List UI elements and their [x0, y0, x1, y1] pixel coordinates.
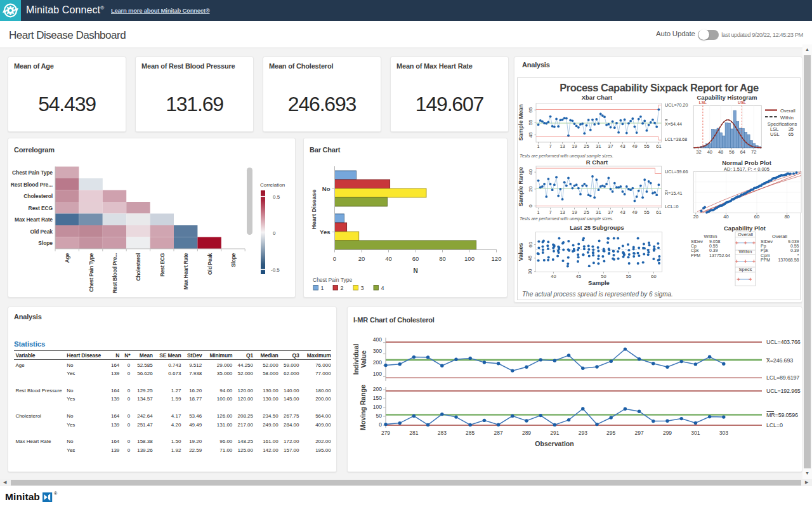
- svg-text:44.250: 44.250: [238, 362, 254, 368]
- svg-text:148.25: 148.25: [238, 439, 254, 444]
- svg-text:N*: N*: [124, 352, 131, 359]
- svg-text:279: 279: [381, 430, 390, 436]
- svg-text:Normal Prob Plot: Normal Prob Plot: [722, 159, 771, 166]
- svg-text:45: 45: [528, 132, 534, 138]
- svg-text:20: 20: [528, 186, 534, 192]
- svg-text:55: 55: [644, 209, 649, 215]
- svg-text:LCL=89.6197: LCL=89.6197: [766, 374, 799, 381]
- svg-text:208.25: 208.25: [238, 413, 254, 419]
- svg-text:0: 0: [128, 439, 131, 444]
- svg-text:142.00: 142.00: [263, 447, 278, 453]
- svg-text:X=54.44: X=54.44: [665, 121, 682, 127]
- svg-text:Age: Age: [15, 362, 25, 368]
- svg-text:409.00: 409.00: [315, 422, 331, 428]
- svg-text:20: 20: [358, 255, 365, 262]
- svg-text:Cholesterol: Cholesterol: [23, 193, 53, 199]
- svg-text:285: 285: [466, 430, 475, 436]
- svg-text:131.00: 131.00: [217, 422, 233, 428]
- svg-text:Tests are performed with unequ: Tests are performed with unequal sample …: [520, 216, 613, 221]
- svg-text:20: 20: [693, 214, 698, 220]
- svg-text:Max Heart Rate: Max Heart Rate: [15, 216, 53, 223]
- svg-text:R=15.41: R=15.41: [665, 190, 682, 196]
- svg-text:9.512: 9.512: [189, 362, 202, 368]
- svg-text:100: 100: [373, 404, 382, 410]
- svg-text:R Chart: R Chart: [586, 159, 608, 166]
- svg-text:UCL=70.20: UCL=70.20: [665, 102, 688, 108]
- svg-text:Cholesterol: Cholesterol: [135, 253, 141, 281]
- svg-text:0: 0: [379, 421, 382, 428]
- svg-text:16.20: 16.20: [189, 388, 202, 393]
- svg-text:40: 40: [707, 149, 712, 155]
- svg-text:164: 164: [111, 388, 120, 393]
- svg-text:LCL=0: LCL=0: [766, 422, 783, 428]
- svg-text:1: 1: [321, 285, 324, 291]
- svg-text:164: 164: [111, 362, 120, 368]
- svg-text:Within: Within: [739, 249, 752, 255]
- svg-text:164: 164: [111, 439, 120, 444]
- svg-text:Capability Plot: Capability Plot: [724, 225, 766, 232]
- svg-text:1.59: 1.59: [171, 396, 181, 402]
- svg-text:-0.5: -0.5: [271, 267, 280, 273]
- svg-text:61: 61: [656, 143, 661, 149]
- svg-text:40: 40: [528, 169, 534, 175]
- svg-text:Maximum: Maximum: [307, 352, 331, 359]
- svg-text:LCL=0: LCL=0: [665, 204, 678, 209]
- svg-text:Chest Pain Type: Chest Pain Type: [88, 253, 95, 292]
- svg-text:X=246.693: X=246.693: [766, 357, 793, 364]
- svg-text:0: 0: [128, 388, 131, 393]
- svg-text:60: 60: [754, 214, 759, 220]
- svg-text:Slope: Slope: [38, 240, 53, 246]
- svg-text:AD: 1.517, P: < 0.005: AD: 1.517, P: < 0.005: [724, 166, 769, 172]
- svg-text:StDev: StDev: [691, 239, 704, 244]
- svg-text:Old Peak: Old Peak: [207, 253, 213, 275]
- svg-text:0: 0: [528, 204, 534, 208]
- svg-text:62.000: 62.000: [284, 371, 299, 376]
- svg-text:The actual process spread is r: The actual process spread is represented…: [522, 291, 673, 298]
- svg-text:61: 61: [656, 209, 661, 215]
- svg-text:25: 25: [584, 143, 589, 149]
- svg-text:55: 55: [528, 119, 534, 125]
- svg-text:49.49: 49.49: [189, 422, 202, 428]
- svg-text:284.00: 284.00: [284, 422, 299, 428]
- svg-text:71.00: 71.00: [219, 447, 233, 453]
- svg-text:Analysis: Analysis: [14, 313, 42, 321]
- svg-text:130.00: 130.00: [263, 396, 278, 402]
- svg-text:*: *: [797, 253, 799, 258]
- svg-text:287: 287: [494, 430, 503, 436]
- svg-text:139: 139: [111, 396, 120, 402]
- svg-text:StDev: StDev: [761, 239, 773, 244]
- svg-text:18.77: 18.77: [189, 396, 202, 402]
- svg-text:Max Heart Rate: Max Heart Rate: [183, 253, 189, 289]
- svg-text:1.92: 1.92: [171, 447, 181, 453]
- svg-text:0: 0: [128, 413, 131, 419]
- svg-text:31: 31: [596, 143, 601, 149]
- svg-text:Yes: Yes: [320, 228, 330, 235]
- svg-text:Yes: Yes: [67, 422, 75, 428]
- svg-text:Statistics: Statistics: [14, 340, 45, 348]
- svg-text:UCL=403.766: UCL=403.766: [766, 339, 801, 345]
- svg-text:72: 72: [751, 149, 756, 155]
- svg-text:Median: Median: [261, 352, 278, 359]
- svg-text:37: 37: [608, 209, 613, 215]
- svg-text:Rest ECG: Rest ECG: [29, 205, 53, 211]
- svg-text:303: 303: [719, 430, 728, 436]
- svg-text:145.00: 145.00: [284, 396, 299, 402]
- svg-text:Max Heart Rate: Max Heart Rate: [15, 439, 51, 444]
- svg-text:150: 150: [373, 395, 382, 401]
- svg-text:0: 0: [128, 447, 131, 453]
- svg-text:7.938: 7.938: [189, 371, 202, 376]
- svg-text:MR=59.0596: MR=59.0596: [766, 412, 798, 418]
- svg-text:43: 43: [620, 209, 625, 215]
- svg-text:58.000: 58.000: [263, 371, 278, 376]
- svg-text:Heart Disease: Heart Disease: [67, 352, 101, 359]
- svg-text:0: 0: [273, 230, 276, 236]
- svg-text:45: 45: [576, 274, 581, 279]
- svg-text:49: 49: [632, 209, 637, 215]
- svg-text:0: 0: [128, 422, 131, 428]
- svg-text:157.00: 157.00: [284, 447, 299, 453]
- svg-text:19: 19: [572, 209, 577, 215]
- svg-text:281: 281: [409, 430, 418, 436]
- svg-text:N: N: [115, 352, 119, 359]
- svg-text:Chest Pain Type: Chest Pain Type: [313, 277, 352, 283]
- svg-text:55: 55: [626, 274, 631, 279]
